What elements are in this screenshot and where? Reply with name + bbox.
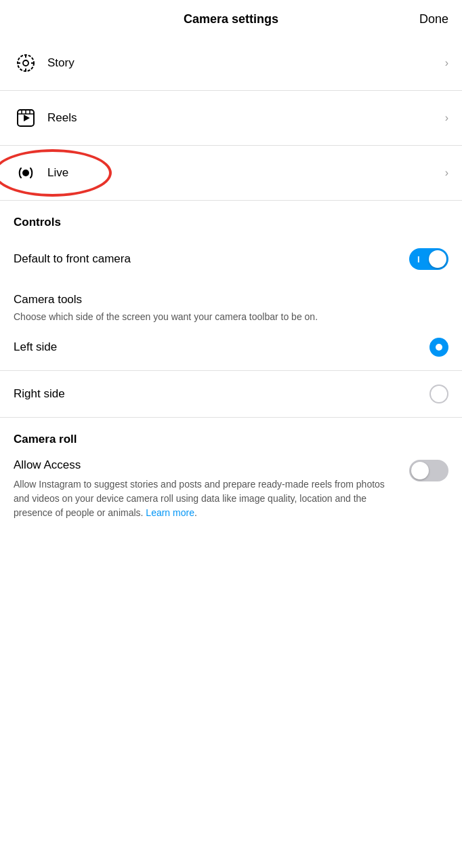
camera-tools-title: Camera tools: [14, 293, 448, 307]
svg-point-12: [22, 170, 29, 176]
nav-list: Story › Reels › Live ›: [0, 36, 462, 201]
svg-marker-7: [24, 115, 30, 121]
default-front-camera-label: Default to front camera: [14, 252, 131, 266]
reels-label: Reels: [47, 111, 445, 125]
right-side-row[interactable]: Right side: [0, 371, 462, 418]
nav-item-live[interactable]: Live ›: [0, 146, 462, 201]
allow-access-text: Allow Access Allow Instagram to suggest …: [14, 458, 398, 520]
default-front-camera-row: Default to front camera: [0, 236, 462, 282]
toggle-knob: [429, 250, 446, 268]
learn-more-link[interactable]: Learn more: [146, 507, 194, 518]
allow-access-row: Allow Access Allow Instagram to suggest …: [14, 458, 448, 520]
nav-item-story[interactable]: Story ›: [0, 36, 462, 91]
reels-chevron-icon: ›: [445, 112, 448, 124]
controls-section-header: Controls: [0, 201, 462, 236]
svg-point-1: [23, 60, 28, 66]
left-side-label: Left side: [14, 340, 57, 354]
default-front-camera-toggle[interactable]: [409, 248, 448, 270]
live-icon: [14, 161, 38, 185]
page-title: Camera settings: [184, 12, 278, 26]
live-label: Live: [47, 166, 445, 180]
story-icon: [14, 51, 38, 75]
story-label: Story: [47, 56, 445, 70]
allow-access-toggle-container: [409, 460, 448, 481]
done-button[interactable]: Done: [419, 12, 448, 26]
left-side-row[interactable]: Left side: [0, 324, 462, 371]
nav-item-reels[interactable]: Reels ›: [0, 91, 462, 146]
left-side-radio[interactable]: [429, 338, 448, 357]
story-chevron-icon: ›: [445, 57, 448, 69]
right-side-radio[interactable]: [429, 384, 448, 403]
camera-tools-description: Choose which side of the screen you want…: [14, 311, 448, 324]
allow-access-label: Allow Access: [14, 458, 398, 472]
allow-access-toggle[interactable]: [409, 460, 448, 481]
reels-icon: [14, 106, 38, 130]
allow-access-toggle-knob: [411, 462, 429, 479]
camera-roll-header: Camera roll: [14, 433, 448, 446]
header: Camera settings Done: [0, 0, 462, 36]
allow-access-description: Allow Instagram to suggest stories and p…: [14, 477, 398, 520]
live-chevron-icon: ›: [445, 167, 448, 179]
camera-tools-section: Camera tools Choose which side of the sc…: [0, 282, 462, 324]
right-side-label: Right side: [14, 387, 65, 401]
camera-roll-section: Camera roll Allow Access Allow Instagram…: [0, 418, 462, 520]
